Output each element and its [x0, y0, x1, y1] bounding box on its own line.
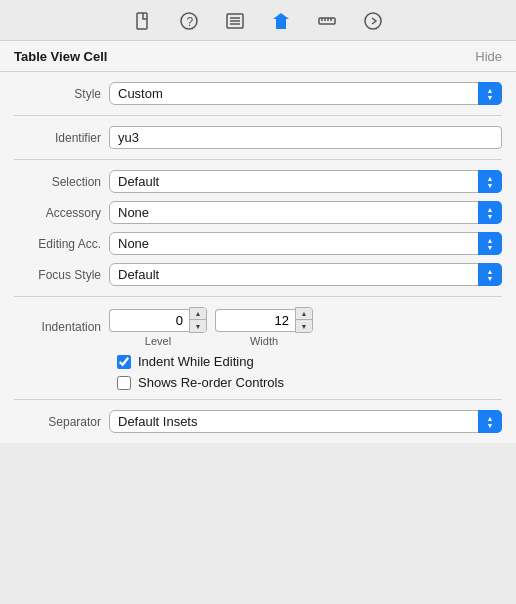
style-row: Style Custom Basic Right Detail Left Det… [14, 78, 502, 109]
indent-while-editing-label[interactable]: Indent While Editing [138, 354, 254, 369]
style-control: Custom Basic Right Detail Left Detail Su… [109, 82, 502, 105]
width-stepper-col: ▲ ▼ Width [215, 307, 313, 347]
svg-marker-7 [273, 13, 289, 29]
ruler-icon[interactable] [316, 10, 338, 32]
separator-select-wrapper: Default Insets None Custom Insets [109, 410, 502, 433]
editing-acc-select-wrapper: None Disclosure Indicator Detail Disclos… [109, 232, 502, 255]
style-label: Style [14, 87, 109, 101]
level-label: Level [109, 335, 207, 347]
width-label: Width [215, 335, 313, 347]
editing-acc-select[interactable]: None Disclosure Indicator Detail Disclos… [109, 232, 502, 255]
style-select[interactable]: Custom Basic Right Detail Left Detail Su… [109, 82, 502, 105]
accessory-row: Accessory None Disclosure Indicator Deta… [14, 197, 502, 228]
file-icon[interactable] [132, 10, 154, 32]
indentation-row: Indentation ▲ ▼ Level [14, 303, 502, 351]
indentation-label: Indentation [14, 320, 109, 334]
level-stepper: ▲ ▼ [109, 307, 207, 333]
svg-point-13 [365, 13, 381, 29]
width-input[interactable] [215, 309, 295, 332]
width-stepper: ▲ ▼ [215, 307, 313, 333]
selection-row: Selection Default Blue Gray None [14, 166, 502, 197]
focus-style-label: Focus Style [14, 268, 109, 282]
separator-control: Default Insets None Custom Insets [109, 410, 502, 433]
identifier-section: Identifier [0, 116, 516, 159]
stepper-group: ▲ ▼ Level ▲ ▼ [109, 307, 502, 347]
arrow-right-icon[interactable] [362, 10, 384, 32]
panel-header: Table View Cell Hide [0, 41, 516, 72]
separator-select[interactable]: Default Insets None Custom Insets [109, 410, 502, 433]
identifier-input[interactable] [109, 126, 502, 149]
width-decrement-button[interactable]: ▼ [296, 320, 312, 332]
identifier-row: Identifier [14, 122, 502, 153]
style-select-wrapper: Custom Basic Right Detail Left Detail Su… [109, 82, 502, 105]
focus-style-select-wrapper: Default Custom [109, 263, 502, 286]
hide-button[interactable]: Hide [475, 49, 502, 64]
style-section: Style Custom Basic Right Detail Left Det… [0, 72, 516, 115]
separator-row: Separator Default Insets None Custom Ins… [14, 406, 502, 437]
selection-label: Selection [14, 175, 109, 189]
width-stepper-buttons: ▲ ▼ [295, 307, 313, 333]
selection-select-wrapper: Default Blue Gray None [109, 170, 502, 193]
identifier-control [109, 126, 502, 149]
list-icon[interactable] [224, 10, 246, 32]
focus-style-row: Focus Style Default Custom [14, 259, 502, 290]
indent-while-editing-row: Indent While Editing [14, 351, 502, 372]
selection-select[interactable]: Default Blue Gray None [109, 170, 502, 193]
accessory-control: None Disclosure Indicator Detail Disclos… [109, 201, 502, 224]
level-decrement-button[interactable]: ▼ [190, 320, 206, 332]
attributes-icon[interactable] [270, 10, 292, 32]
focus-style-control: Default Custom [109, 263, 502, 286]
indentation-control: ▲ ▼ Level ▲ ▼ [109, 307, 502, 347]
accessory-select[interactable]: None Disclosure Indicator Detail Disclos… [109, 201, 502, 224]
editing-acc-control: None Disclosure Indicator Detail Disclos… [109, 232, 502, 255]
accessory-label: Accessory [14, 206, 109, 220]
separator-label: Separator [14, 415, 109, 429]
level-stepper-col: ▲ ▼ Level [109, 307, 207, 347]
editing-acc-label: Editing Acc. [14, 237, 109, 251]
form-area: Style Custom Basic Right Detail Left Det… [0, 72, 516, 443]
properties-section: Selection Default Blue Gray None Accesso… [0, 160, 516, 296]
indent-while-editing-checkbox[interactable] [117, 355, 131, 369]
level-stepper-buttons: ▲ ▼ [189, 307, 207, 333]
toolbar: ? [0, 0, 516, 41]
panel-title: Table View Cell [14, 49, 107, 64]
selection-control: Default Blue Gray None [109, 170, 502, 193]
shows-reorder-row: Shows Re-order Controls [14, 372, 502, 393]
focus-style-select[interactable]: Default Custom [109, 263, 502, 286]
editing-acc-row: Editing Acc. None Disclosure Indicator D… [14, 228, 502, 259]
level-increment-button[interactable]: ▲ [190, 308, 206, 320]
identifier-label: Identifier [14, 131, 109, 145]
help-icon[interactable]: ? [178, 10, 200, 32]
shows-reorder-checkbox[interactable] [117, 376, 131, 390]
svg-text:?: ? [187, 15, 194, 29]
indentation-section: Indentation ▲ ▼ Level [0, 297, 516, 399]
accessory-select-wrapper: None Disclosure Indicator Detail Disclos… [109, 201, 502, 224]
separator-section: Separator Default Insets None Custom Ins… [0, 400, 516, 443]
level-input[interactable] [109, 309, 189, 332]
svg-rect-0 [137, 13, 147, 29]
shows-reorder-label[interactable]: Shows Re-order Controls [138, 375, 284, 390]
width-increment-button[interactable]: ▲ [296, 308, 312, 320]
